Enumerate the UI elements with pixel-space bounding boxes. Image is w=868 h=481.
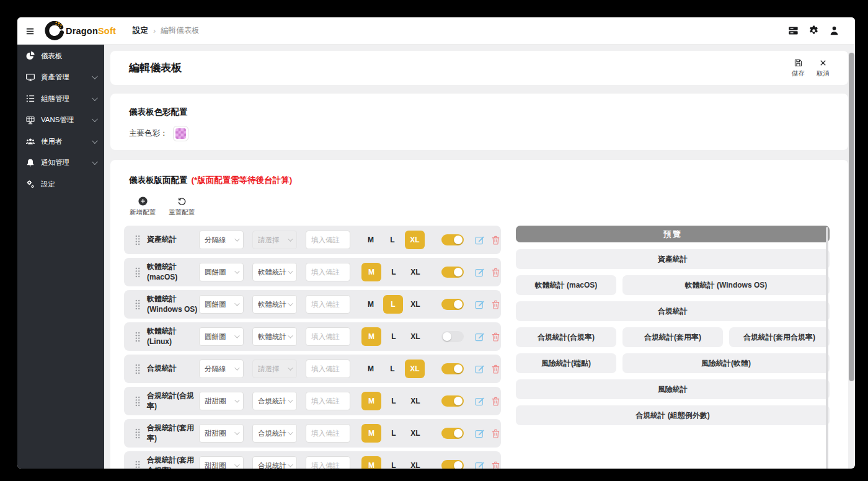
delete-icon[interactable] (490, 235, 501, 245)
sidebar-item-1[interactable]: 資產管理 (17, 67, 104, 89)
delete-icon[interactable] (490, 364, 501, 374)
note-input[interactable] (306, 263, 350, 281)
sidebar-item-6[interactable]: 設定 (17, 174, 104, 195)
preview-scrollbar[interactable] (826, 227, 828, 469)
size-m-button[interactable]: M (361, 392, 381, 410)
chart-type-select[interactable]: 圓餅圖 (199, 263, 244, 281)
size-l-button[interactable]: L (384, 327, 403, 346)
size-xl-button[interactable]: XL (405, 231, 425, 249)
note-input[interactable] (306, 424, 350, 443)
edit-icon[interactable] (474, 299, 485, 310)
chart-type-select[interactable]: 圓餅圖 (199, 327, 244, 346)
server-status-icon[interactable] (787, 25, 799, 37)
size-xl-button[interactable]: XL (406, 456, 425, 469)
chart-type-select[interactable]: 甜甜圈 (199, 456, 244, 469)
enable-toggle[interactable] (441, 460, 464, 469)
cancel-button[interactable]: 取消 (817, 58, 830, 78)
drag-handle-icon[interactable] (134, 234, 141, 246)
data-source-select[interactable]: 合規統計 ... (252, 456, 297, 469)
size-l-button[interactable]: L (384, 456, 403, 469)
settings-gear-icon[interactable] (808, 25, 820, 37)
note-input[interactable] (306, 392, 350, 410)
chart-type-select[interactable]: 甜甜圈 (199, 424, 244, 443)
note-input[interactable] (306, 360, 350, 378)
drag-handle-icon[interactable] (134, 267, 141, 278)
note-input[interactable] (306, 327, 350, 346)
sidebar-item-0[interactable]: 儀表板 (17, 45, 104, 67)
sidebar-item-5[interactable]: 通知管理 (17, 152, 104, 174)
drag-handle-icon[interactable] (134, 299, 141, 311)
size-xl-button[interactable]: XL (406, 327, 425, 346)
size-l-button[interactable]: L (383, 360, 402, 378)
size-m-button[interactable]: M (361, 360, 380, 378)
enable-toggle[interactable] (441, 299, 464, 310)
size-m-button[interactable]: M (361, 456, 381, 469)
sidebar-item-4[interactable]: 使用者 (17, 131, 104, 152)
app-logo[interactable]: DragonSoft (45, 21, 116, 40)
edit-icon[interactable] (474, 364, 485, 374)
size-l-button[interactable]: L (384, 263, 403, 281)
size-l-button[interactable]: L (383, 231, 402, 249)
size-m-button[interactable]: M (361, 327, 381, 346)
size-xl-button[interactable]: XL (406, 263, 425, 281)
size-m-button[interactable]: M (361, 295, 380, 314)
data-source-select[interactable]: 軟體統計 ... (252, 295, 297, 314)
enable-toggle[interactable] (441, 267, 464, 278)
primary-color-picker[interactable] (173, 126, 188, 141)
edit-icon[interactable] (474, 461, 485, 469)
enable-toggle[interactable] (441, 428, 464, 439)
size-l-button[interactable]: L (383, 295, 403, 314)
delete-icon[interactable] (490, 396, 501, 407)
size-m-button[interactable]: M (361, 231, 380, 249)
delete-icon[interactable] (490, 299, 501, 310)
size-m-button[interactable]: M (361, 424, 381, 443)
data-source-select[interactable]: 合規統計 ... (252, 392, 297, 410)
data-source-select[interactable]: 合規統計 ... (252, 424, 297, 443)
chart-type-select[interactable]: 分隔線 (199, 231, 244, 249)
delete-icon[interactable] (490, 461, 501, 469)
enable-toggle[interactable] (441, 363, 464, 374)
delete-icon[interactable] (490, 332, 501, 342)
enable-toggle[interactable] (441, 395, 464, 407)
add-config-button[interactable]: 新增配置 (130, 196, 156, 217)
hamburger-menu-icon[interactable] (25, 26, 35, 37)
drag-handle-icon[interactable] (134, 331, 141, 343)
sidebar-item-2[interactable]: 組態管理 (17, 88, 104, 110)
data-source-select[interactable]: 軟體統計 ... (252, 327, 297, 346)
edit-icon[interactable] (474, 235, 485, 245)
size-xl-button[interactable]: XL (406, 295, 425, 314)
size-xl-button[interactable]: XL (406, 392, 425, 410)
chart-type-select[interactable]: 甜甜圈 (199, 392, 244, 410)
note-input[interactable] (306, 295, 350, 314)
data-source-select[interactable]: 請選擇 (252, 360, 297, 378)
save-button[interactable]: 儲存 (792, 58, 805, 78)
chart-type-select[interactable]: 圓餅圖 (199, 295, 244, 314)
data-source-select[interactable]: 請選擇 (252, 231, 297, 249)
enable-toggle[interactable] (441, 234, 464, 245)
breadcrumb-section[interactable]: 設定 (133, 25, 148, 36)
size-xl-button[interactable]: XL (405, 360, 425, 378)
enable-toggle[interactable] (441, 331, 464, 342)
delete-icon[interactable] (490, 428, 501, 439)
reset-config-button[interactable]: 重置配置 (169, 196, 195, 217)
size-m-button[interactable]: M (361, 263, 381, 281)
user-account-icon[interactable] (828, 25, 840, 37)
edit-icon[interactable] (474, 396, 485, 407)
drag-handle-icon[interactable] (134, 460, 141, 469)
drag-handle-icon[interactable] (134, 395, 141, 407)
edit-icon[interactable] (474, 428, 485, 439)
drag-handle-icon[interactable] (134, 428, 141, 439)
edit-icon[interactable] (474, 267, 485, 278)
main-scrollbar[interactable] (849, 53, 854, 381)
size-xl-button[interactable]: XL (406, 424, 425, 443)
sidebar-item-3[interactable]: VANS管理 (17, 110, 104, 131)
note-input[interactable] (306, 231, 350, 249)
drag-handle-icon[interactable] (134, 363, 141, 375)
size-l-button[interactable]: L (384, 392, 403, 410)
note-input[interactable] (306, 456, 350, 469)
chart-type-select[interactable]: 分隔線 (199, 360, 244, 378)
size-l-button[interactable]: L (384, 424, 403, 443)
data-source-select[interactable]: 軟體統計 ... (252, 263, 297, 281)
delete-icon[interactable] (490, 267, 501, 278)
edit-icon[interactable] (474, 332, 485, 342)
